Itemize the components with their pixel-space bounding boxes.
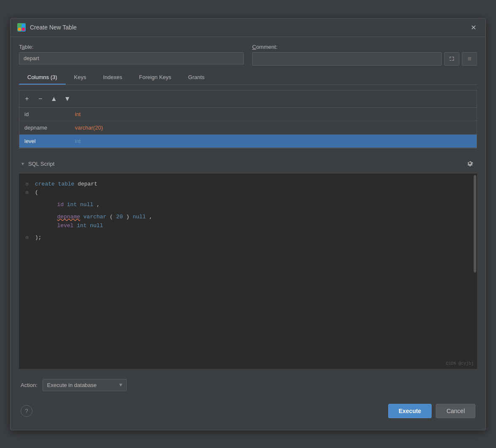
app-icon	[17, 23, 26, 32]
scrollbar-track[interactable]	[473, 173, 477, 369]
column-name: level	[24, 138, 67, 144]
form-row: Table: Comment: ≡	[19, 44, 477, 66]
title-bar: Create New Table ✕	[11, 19, 485, 37]
sql-gutter: ⊟	[26, 234, 32, 242]
sql-line	[26, 230, 470, 233]
sql-settings-button[interactable]	[464, 159, 475, 170]
svg-rect-1	[22, 24, 25, 27]
close-button[interactable]: ✕	[468, 23, 479, 32]
sql-gutter: ⊟	[26, 189, 32, 197]
sql-content: (	[35, 188, 38, 197]
comment-input[interactable]	[252, 52, 442, 66]
action-label: Action:	[21, 382, 37, 388]
sql-gutter	[26, 201, 34, 209]
sql-editor[interactable]: ⊟ create table depart ⊟ (	[19, 173, 477, 369]
add-column-button[interactable]: +	[21, 93, 33, 105]
move-up-button[interactable]: ▲	[48, 93, 60, 105]
table-form-group: Table:	[19, 44, 244, 64]
comment-expand-button[interactable]	[444, 52, 459, 66]
comment-label: Comment:	[252, 44, 477, 50]
sql-gutter: ⊟	[26, 181, 32, 188]
tab-keys[interactable]: Keys	[66, 71, 95, 85]
columns-toolbar: + − ▲ ▼	[19, 90, 477, 108]
sql-script-section: ▼ SQL Script ⊟ create table	[19, 155, 477, 369]
scrollbar-thumb[interactable]	[474, 175, 476, 273]
comment-text-expand-button[interactable]: ≡	[462, 52, 477, 66]
tab-columns[interactable]: Columns (3)	[19, 71, 66, 85]
svg-rect-3	[22, 28, 25, 31]
table-row[interactable]: depname varchar(20)	[19, 121, 477, 135]
column-name: depname	[24, 125, 67, 131]
help-button[interactable]: ?	[21, 405, 32, 417]
table-input[interactable]	[19, 52, 244, 64]
tab-indexes[interactable]: Indexes	[95, 71, 131, 85]
title-bar-left: Create New Table	[17, 23, 77, 32]
sql-line	[26, 197, 470, 201]
sql-script-title: ▼ SQL Script	[21, 161, 54, 167]
watermark: CSDN @cyjbj	[446, 361, 474, 367]
tabs-bar: Columns (3) Keys Indexes Foreign Keys Gr…	[19, 71, 477, 85]
sql-gutter	[26, 223, 34, 230]
columns-section: + − ▲ ▼ id int depname varchar(20) level…	[19, 90, 477, 148]
table-row[interactable]: level int	[19, 135, 477, 148]
sql-gutter	[26, 214, 34, 221]
sql-line: id int null ,	[26, 201, 470, 209]
comment-form-group: Comment: ≡	[252, 44, 477, 66]
cancel-button[interactable]: Cancel	[436, 404, 475, 418]
sql-line	[26, 209, 470, 213]
dialog-title: Create New Table	[30, 24, 77, 31]
footer-row: ? Execute Cancel	[19, 400, 477, 423]
footer-buttons: Execute Cancel	[388, 404, 475, 418]
sql-line: depname varchar ( 20 ) null ,	[26, 213, 470, 222]
collapse-arrow-icon[interactable]: ▼	[21, 162, 25, 166]
move-down-button[interactable]: ▼	[61, 93, 73, 105]
execute-button[interactable]: Execute	[388, 404, 432, 418]
dialog-body: Table: Comment: ≡	[11, 37, 485, 430]
column-name: id	[24, 111, 67, 117]
sql-line: level int null	[26, 222, 470, 231]
tab-grants[interactable]: Grants	[180, 71, 213, 85]
sql-line: ⊟ (	[26, 188, 470, 197]
sql-content: create table depart	[35, 180, 97, 189]
tab-foreign-keys[interactable]: Foreign Keys	[131, 71, 180, 85]
action-select[interactable]: Execute in database Show SQL only	[43, 379, 127, 391]
sql-content: id int null ,	[37, 201, 100, 209]
action-select-wrapper: Execute in database Show SQL only ▼	[43, 379, 127, 391]
sql-script-header: ▼ SQL Script	[19, 155, 477, 173]
sql-content: );	[35, 233, 42, 242]
sql-line: ⊟ create table depart	[26, 180, 470, 189]
table-label: Table:	[19, 44, 244, 50]
svg-rect-2	[18, 28, 21, 31]
column-type: varchar(20)	[75, 125, 103, 131]
create-table-dialog: Create New Table ✕ Table: Comment:	[10, 18, 486, 430]
comment-row: ≡	[252, 52, 477, 66]
sql-script-label: SQL Script	[28, 161, 54, 167]
column-type: int	[75, 138, 81, 144]
svg-rect-0	[18, 24, 21, 27]
sql-content: depname varchar ( 20 ) null ,	[37, 213, 152, 222]
column-type: int	[75, 111, 81, 117]
table-row[interactable]: id int	[19, 108, 477, 121]
sql-line: ⊟ );	[26, 233, 470, 242]
sql-content: level int null	[37, 222, 103, 231]
action-bar: Action: Execute in database Show SQL onl…	[19, 374, 477, 395]
remove-column-button[interactable]: −	[35, 93, 46, 105]
